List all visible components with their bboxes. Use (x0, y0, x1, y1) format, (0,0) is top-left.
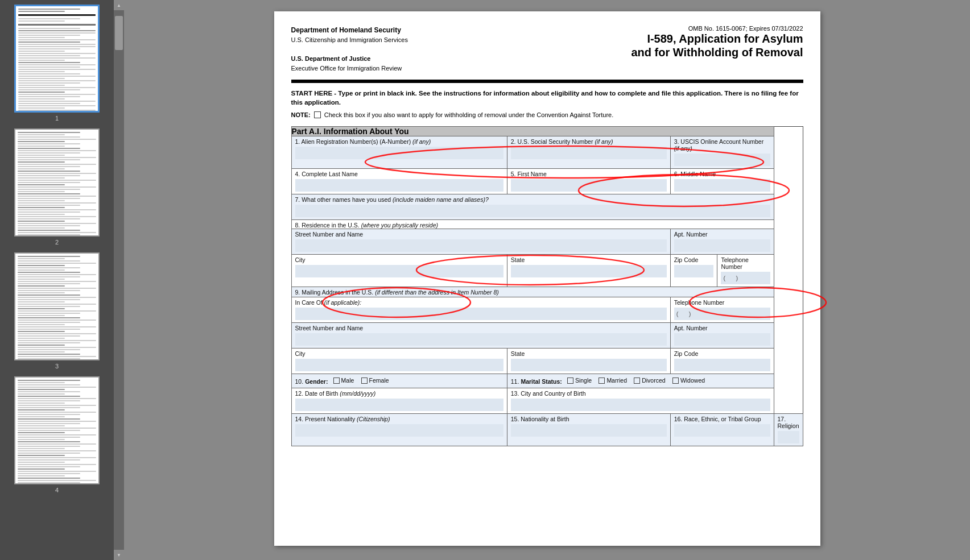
state-input[interactable] (511, 265, 667, 277)
field5-label: 5. First Name (511, 171, 667, 177)
field7-input[interactable] (295, 205, 770, 217)
field7-cell: 7. What other names have you used (inclu… (291, 194, 774, 220)
race-input[interactable] (674, 424, 770, 437)
scrollbar[interactable]: ▲ ▼ (114, 0, 124, 560)
header-right: OMB No. 1615-0067; Expires 07/31/2022 I-… (631, 25, 803, 59)
note-text: Check this box if you also want to apply… (324, 111, 614, 118)
widowed-option[interactable]: Widowed (672, 377, 705, 384)
zip-tel-inner: Zip Code Telephone Number ( ) (671, 255, 774, 287)
in-care-input[interactable] (295, 308, 667, 320)
field3-input[interactable] (674, 154, 770, 166)
field4-label: 4. Complete Last Name (295, 171, 503, 177)
field3-label: 3. USCIS Online Account Number (if any) (674, 138, 770, 152)
single-label: Single (575, 377, 592, 384)
female-checkbox[interactable] (361, 378, 368, 384)
field14-label: 14. Present Nationality (Citizenship) (295, 416, 503, 422)
scroll-track[interactable] (114, 10, 124, 550)
row-field-8-header: 8. Residence in the U.S. (where you phys… (291, 220, 803, 229)
zip2-input[interactable] (674, 359, 770, 371)
field11-number: 11. (511, 378, 519, 385)
single-option[interactable]: Single (567, 377, 592, 384)
married-checkbox[interactable] (598, 378, 605, 384)
widowed-checkbox[interactable] (672, 378, 679, 384)
dob-input[interactable] (295, 399, 503, 411)
city2-input[interactable] (295, 359, 503, 371)
field3-cell: 3. USCIS Online Account Number (if any) (670, 136, 774, 169)
apt-input[interactable] (674, 239, 770, 252)
scroll-down-arrow[interactable]: ▼ (114, 550, 124, 560)
street-input[interactable] (295, 239, 667, 252)
scroll-up-arrow[interactable]: ▲ (114, 0, 124, 10)
form-title: I-589, Application for Asylum and for Wi… (631, 32, 803, 59)
zip2-cell: Zip Code (670, 349, 774, 374)
male-option[interactable]: Male (333, 377, 354, 384)
tel-sub-cell: Telephone Number ( ) (717, 255, 773, 287)
street2-cell: Street Number and Name (291, 323, 670, 349)
row-nationality: 14. Present Nationality (Citizenship) 15… (291, 413, 803, 446)
page-thumb-2[interactable]: 2 (11, 128, 102, 246)
field1-input[interactable] (295, 147, 503, 159)
tel2-cell: Telephone Number ( ) (670, 297, 774, 323)
state-label: State (511, 256, 667, 263)
field8-label: 8. Residence in the U.S. (where you phys… (295, 222, 770, 229)
city-input[interactable] (295, 265, 503, 277)
field5-input[interactable] (511, 179, 667, 192)
zip-input[interactable] (674, 265, 714, 277)
agency-sub: U.S. Citizenship and Immigration Service… (291, 35, 408, 45)
apt-label: Apt. Number (674, 231, 770, 238)
divorced-checkbox[interactable] (634, 378, 640, 384)
page-thumb-3[interactable]: 3 (11, 252, 102, 370)
row-in-care-tel: In Care Of (if applicable): Telephone Nu… (291, 297, 803, 323)
field15-label: 15. Nationality at Birth (511, 416, 667, 422)
zip-label: Zip Code (674, 256, 714, 263)
field4-input[interactable] (295, 179, 503, 192)
page-thumb-4[interactable]: 4 (11, 376, 102, 493)
field2-label: 2. U.S. Social Security Number (if any) (511, 138, 667, 145)
note-line: NOTE: Check this box if you also want to… (291, 111, 803, 118)
row-field-9-header: 9. Mailing Address in the U.S. (if diffe… (291, 287, 803, 297)
zip2-label: Zip Code (674, 350, 770, 357)
field6-label: 6. Middle Name (674, 171, 770, 177)
row-fields-4-5-6: 4. Complete Last Name 5. First Name (291, 169, 803, 194)
telephone-input[interactable]: ( ) (721, 272, 770, 284)
field9-label: 9. Mailing Address in the U.S. (if diffe… (295, 289, 770, 296)
page-thumb-1[interactable]: 1 (11, 5, 102, 122)
marital-label: Marital Status: (521, 378, 562, 385)
city-label: City (295, 256, 503, 263)
male-checkbox[interactable] (333, 378, 340, 384)
birth-city-input[interactable] (511, 399, 770, 411)
scroll-thumb[interactable] (115, 16, 123, 50)
field7-label: 7. What other names have you used (inclu… (295, 196, 770, 203)
doj-name: U.S. Department of Justice (291, 54, 408, 64)
widowed-label: Widowed (680, 377, 705, 384)
row-dob-birth-city: 12. Date of Birth (mm/dd/yyyy) 13. City … (291, 388, 803, 413)
field6-cell: 6. Middle Name (670, 169, 774, 194)
doj-sub: Executive Office for Immigration Review (291, 64, 408, 73)
state2-label: State (511, 350, 667, 357)
state2-input[interactable] (511, 359, 667, 371)
field2-input[interactable] (511, 147, 667, 159)
field6-input[interactable] (674, 179, 770, 192)
divorced-option[interactable]: Divorced (634, 377, 665, 384)
field5-cell: 5. First Name (507, 169, 670, 194)
telephone-label: Telephone Number (721, 256, 770, 270)
married-option[interactable]: Married (598, 377, 627, 384)
nationality-birth-input[interactable] (511, 424, 667, 437)
document-header: Department of Homeland Security U.S. Cit… (291, 25, 803, 73)
gender-cell: 10. Gender: Male Femal (291, 374, 507, 388)
city2-label: City (295, 350, 503, 357)
religion-input[interactable] (778, 431, 799, 443)
female-option[interactable]: Female (361, 377, 389, 384)
dob-cell: 12. Date of Birth (mm/dd/yyyy) (291, 388, 507, 413)
single-checkbox[interactable] (567, 378, 573, 384)
gender-label: Gender: (305, 378, 328, 385)
street2-input[interactable] (295, 333, 667, 346)
main-content-area: Department of Homeland Security U.S. Cit… (124, 0, 970, 560)
section-header-row: Part A.I. Information About You (291, 127, 803, 136)
convention-torture-checkbox[interactable] (314, 111, 321, 118)
present-nationality-input[interactable] (295, 424, 503, 437)
tel2-input[interactable]: ( ) (674, 308, 770, 320)
apt2-label: Apt. Number (674, 325, 770, 331)
apt2-input[interactable] (674, 333, 770, 346)
street-cell: Street Number and Name (291, 229, 670, 255)
